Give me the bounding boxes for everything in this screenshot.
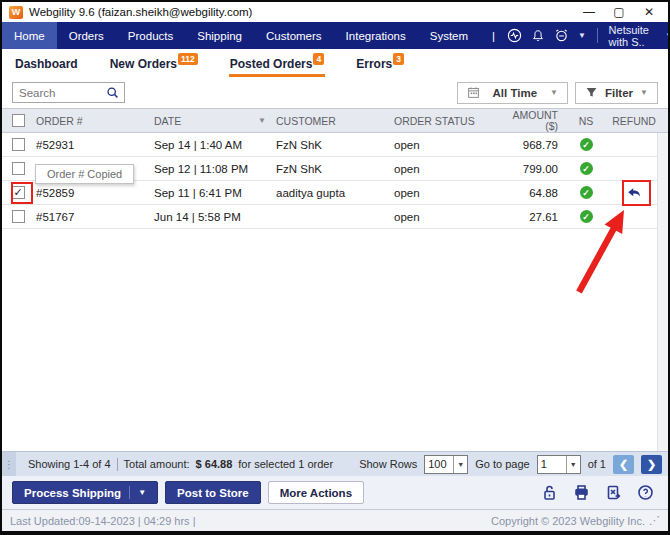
copyright-text: Copyright © 2023 Webgility Inc.	[491, 515, 645, 527]
order-amount: 64.88	[507, 187, 562, 199]
order-customer: FzN ShK	[274, 163, 392, 175]
table-row[interactable]: #52931 Sep 14 | 1:40 AM FzN ShK open 968…	[2, 133, 668, 157]
scheduler-alarm-icon[interactable]	[554, 28, 569, 43]
row-checkbox[interactable]	[12, 162, 25, 175]
col-header-ns[interactable]: NS	[562, 115, 610, 127]
connection-dropdown-caret-icon[interactable]: ▼	[665, 31, 670, 40]
connection-selector-label[interactable]: Netsuite with S..	[609, 24, 657, 48]
table-header-row: ORDER # DATE ▼ CUSTOMER ORDER STATUS AMO…	[2, 108, 668, 133]
tab-errors[interactable]: Errors3	[355, 52, 405, 77]
nav-divider	[597, 28, 598, 43]
col-header-amount[interactable]: AMOUNT ($)	[507, 110, 562, 132]
col-header-status[interactable]: ORDER STATUS	[392, 115, 507, 127]
col-header-amount-line2: ($)	[509, 121, 558, 132]
post-to-store-button[interactable]: Post to Store	[165, 481, 261, 504]
new-orders-count-badge: 112	[178, 53, 198, 65]
order-status: open	[392, 187, 507, 199]
unlock-icon[interactable]	[541, 484, 558, 501]
col-header-date[interactable]: DATE ▼	[152, 115, 274, 127]
row-checkbox[interactable]	[12, 138, 25, 151]
action-buttons-bar: Process Shipping ▼ Post to Store More Ac…	[2, 476, 668, 509]
select-all-checkbox[interactable]	[12, 114, 25, 127]
order-number[interactable]: #52859	[34, 187, 152, 199]
export-icon[interactable]	[605, 484, 622, 501]
print-icon[interactable]	[573, 484, 590, 501]
post-to-store-label: Post to Store	[177, 487, 249, 499]
search-input[interactable]	[19, 87, 106, 99]
row-checkbox[interactable]	[12, 210, 25, 223]
drag-grip-icon[interactable]: ⋮	[2, 452, 16, 476]
tab-posted-orders[interactable]: Posted Orders4	[229, 52, 325, 77]
order-amount: 799.00	[507, 163, 562, 175]
help-icon[interactable]	[637, 484, 654, 501]
showing-count: Showing 1-4 of 4	[28, 458, 111, 470]
col-header-date-label: DATE	[154, 115, 181, 127]
titlebar: W Webgility 9.6 (faizan.sheikh@webgility…	[2, 2, 668, 22]
tab-dashboard[interactable]: Dashboard	[14, 52, 79, 77]
close-icon[interactable]: ✕	[634, 3, 664, 21]
nav-item-integrations[interactable]: Integrations	[334, 22, 418, 49]
order-date: Sep 11 | 6:41 PM	[152, 187, 274, 199]
col-header-customer[interactable]: CUSTOMER	[274, 115, 392, 127]
sort-desc-icon[interactable]: ▼	[258, 116, 266, 125]
tab-dashboard-label: Dashboard	[15, 57, 78, 71]
minimize-icon[interactable]: —	[574, 3, 604, 21]
nav-item-system[interactable]: System	[418, 22, 480, 49]
selected-order-text: for selected 1 order	[238, 458, 333, 470]
copied-tooltip: Order # Copied	[35, 164, 134, 184]
nav-item-products[interactable]: Products	[116, 22, 185, 49]
nav-item-more[interactable]: |	[480, 22, 507, 49]
orders-table: ORDER # DATE ▼ CUSTOMER ORDER STATUS AMO…	[2, 108, 668, 451]
nav-item-orders[interactable]: Orders	[57, 22, 116, 49]
order-number[interactable]: #52931	[34, 139, 152, 151]
col-header-order[interactable]: ORDER #	[34, 115, 152, 127]
resize-grip-icon[interactable]: ⋰	[649, 514, 660, 527]
search-box[interactable]	[12, 82, 125, 103]
ns-posted-check-icon: ✓	[580, 162, 593, 175]
errors-count-badge: 3	[393, 53, 404, 65]
page-total-label: of 1	[588, 458, 606, 470]
order-date: Sep 14 | 1:40 AM	[152, 139, 274, 151]
prev-page-button[interactable]: ❮	[613, 455, 634, 474]
date-range-caret-icon: ▼	[550, 88, 558, 97]
pagination-bar: ⋮ Showing 1-4 of 4 Total amount: $ 64.88…	[2, 451, 668, 476]
last-updated-text: Last Updated:09-14-2023 | 04:29 hrs |	[10, 515, 196, 527]
order-status: open	[392, 211, 507, 223]
window-controls: — ▢ ✕	[574, 3, 664, 21]
maximize-icon[interactable]: ▢	[604, 3, 634, 21]
nav-item-home[interactable]: Home	[2, 22, 57, 49]
search-icon[interactable]	[106, 86, 119, 99]
app-window: W Webgility 9.6 (faizan.sheikh@webgility…	[0, 0, 670, 535]
show-rows-caret-icon: ▼	[453, 456, 467, 473]
tab-new-orders[interactable]: New Orders112	[109, 52, 199, 77]
show-rows-select[interactable]: 100 ▼	[424, 455, 468, 474]
date-range-dropdown[interactable]: All Time ▼	[457, 82, 568, 104]
more-actions-button[interactable]: More Actions	[268, 481, 364, 504]
tab-errors-label: Errors	[356, 57, 392, 71]
list-toolbar: All Time ▼ Filter ▼	[2, 77, 668, 108]
nav-item-customers[interactable]: Customers	[254, 22, 334, 49]
next-page-button[interactable]: ❯	[641, 455, 662, 474]
filter-dropdown[interactable]: Filter ▼	[575, 82, 658, 104]
nav-item-shipping[interactable]: Shipping	[185, 22, 254, 49]
col-header-amount-line1: AMOUNT	[509, 110, 558, 121]
goto-page-label: Go to page	[475, 458, 529, 470]
tab-new-orders-label: New Orders	[110, 57, 177, 71]
order-customer: FzN ShK	[274, 139, 392, 151]
notifications-bell-icon[interactable]	[531, 28, 545, 43]
process-shipping-button[interactable]: Process Shipping ▼	[12, 481, 158, 504]
goto-page-caret-icon: ▼	[566, 456, 580, 473]
goto-page-select[interactable]: 1 ▼	[537, 455, 581, 474]
ns-posted-check-icon: ✓	[580, 186, 593, 199]
main-navbar: Home Orders Products Shipping Customers …	[2, 22, 668, 49]
ns-posted-check-icon: ✓	[580, 138, 593, 151]
order-number[interactable]: #51767	[34, 211, 152, 223]
col-header-refund[interactable]: REFUND	[610, 115, 658, 127]
status-bar: Last Updated:09-14-2023 | 04:29 hrs | Co…	[2, 509, 668, 531]
show-rows-label: Show Rows	[359, 458, 417, 470]
process-shipping-caret-icon[interactable]: ▼	[138, 488, 146, 497]
total-amount-label: Total amount:	[124, 458, 190, 470]
activity-icon[interactable]	[507, 28, 522, 43]
vertical-scrollbar[interactable]	[657, 133, 668, 451]
scheduler-dropdown-caret-icon[interactable]: ▼	[578, 31, 586, 40]
